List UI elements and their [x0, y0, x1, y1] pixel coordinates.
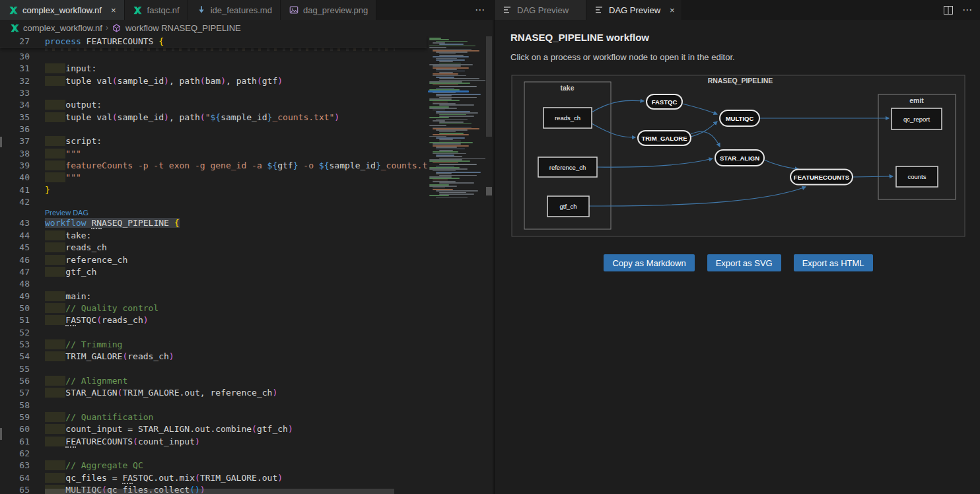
dag-node-qc_report[interactable]: qc_report — [892, 108, 942, 129]
dag-node-TRIM_GALORE[interactable]: TRIM_GALORE — [638, 131, 691, 145]
code-line[interactable]: 58 — [0, 400, 493, 411]
tab-dag-preview[interactable]: DAG Preview× — [586, 0, 682, 20]
tab-dag-preview[interactable]: DAG Preview — [495, 0, 586, 20]
code-line[interactable]: 54 TRIM_GALORE(reads_ch) — [0, 351, 493, 363]
code-line[interactable]: 36 — [0, 124, 493, 135]
code-line[interactable]: 49 main: — [0, 291, 493, 302]
dag-node-MULTIQC[interactable]: MULTIQC — [720, 110, 759, 126]
image-icon — [289, 5, 299, 15]
code-line[interactable]: 63 // Aggregate QC — [0, 460, 493, 472]
line-content — [30, 327, 45, 339]
code-line[interactable]: 31 input: — [0, 63, 493, 75]
minimap-line — [439, 86, 477, 87]
tab-fastqc-nf[interactable]: fastqc.nf — [125, 0, 188, 20]
minimap-line — [436, 173, 452, 174]
minimap-line — [433, 110, 445, 111]
code-line[interactable]: 35 tuple val(sample_id), path("${sample_… — [0, 112, 493, 124]
minimap-line — [439, 164, 477, 165]
export-as-svg-button[interactable]: Export as SVG — [707, 254, 781, 271]
code-line[interactable]: 50 // Quality control — [0, 302, 493, 314]
markdown-arrow-icon — [196, 5, 207, 15]
export-as-html-button[interactable]: Export as HTML — [794, 254, 873, 271]
breadcrumb-symbol[interactable]: workflow RNASEQ_PIPELINE — [125, 23, 241, 33]
copy-as-markdown-button[interactable]: Copy as Markdown — [604, 254, 694, 271]
code-line[interactable]: 32 tuple val(sample_id), path(bam), path… — [0, 75, 493, 87]
code-line[interactable]: 53 // Trimming — [0, 339, 493, 351]
code-editor[interactable]: 27process FEATURECOUNTS { 3031 input:32 … — [0, 36, 493, 494]
code-line[interactable]: 42 — [0, 196, 493, 208]
code-line[interactable]: 59 // Quantification — [0, 411, 493, 423]
code-line[interactable]: 55 — [0, 363, 493, 375]
code-line[interactable]: 37 script: — [0, 135, 493, 147]
dag-node-label-MULTIQC: MULTIQC — [726, 115, 754, 122]
line-number: 41 — [0, 184, 30, 196]
code-line[interactable]: 60 count_input = STAR_ALIGN.out.combine(… — [0, 423, 493, 435]
vertical-scrollbar[interactable] — [485, 36, 493, 494]
code-line[interactable]: 62 — [0, 448, 493, 460]
code-line[interactable]: 48 — [0, 278, 493, 290]
tab-complex-workflow-nf[interactable]: complex_workflow.nf× — [0, 0, 125, 20]
dag-node-FASTQC[interactable]: FASTQC — [647, 94, 682, 109]
scrollbar-thumb[interactable] — [486, 36, 492, 137]
dag-node-reads_ch[interactable]: reads_ch — [543, 108, 592, 128]
code-line[interactable]: 27process FEATURECOUNTS { — [0, 36, 427, 48]
code-line[interactable]: 56 // Alignment — [0, 375, 493, 387]
line-number: 52 — [0, 327, 30, 339]
line-content: workflow RNASEQ_PIPELINE { — [30, 217, 180, 229]
sticky-scroll-line[interactable]: 27process FEATURECOUNTS { — [0, 36, 427, 48]
minimap-line — [436, 147, 457, 148]
close-tab-icon[interactable]: × — [670, 5, 675, 15]
tab-ide-features-md[interactable]: ide_features.md — [188, 0, 281, 20]
minimap-line — [436, 190, 478, 192]
minimap-line — [429, 178, 460, 179]
line-content: reference_ch — [30, 254, 127, 266]
close-tab-icon[interactable]: × — [111, 5, 116, 15]
dag-node-reference_ch[interactable]: reference_ch — [538, 157, 597, 177]
line-number: 55 — [0, 363, 30, 375]
code-line[interactable]: 30 — [0, 51, 493, 63]
code-line[interactable]: 44 take: — [0, 230, 493, 242]
code-line[interactable]: 41} — [0, 184, 493, 196]
code-line[interactable]: 61 FEATURECOUNTS(count_input) — [0, 436, 493, 448]
minimap-line — [429, 160, 470, 162]
horizontal-scrollbar[interactable] — [45, 489, 394, 494]
code-line[interactable]: 57 STAR_ALIGN(TRIM_GALORE.out, reference… — [0, 387, 493, 399]
tab-label: fastqc.nf — [147, 5, 180, 15]
minimap-line — [436, 69, 457, 70]
code-line[interactable]: 46 reference_ch — [0, 254, 493, 266]
minimap[interactable] — [428, 36, 485, 494]
dag-node-label-FASTQC: FASTQC — [652, 98, 678, 106]
minimap-line — [433, 49, 472, 50]
code-line[interactable]: 45 reads_ch — [0, 242, 493, 254]
code-line[interactable]: 38 """ — [0, 148, 493, 160]
minimap-line — [436, 52, 468, 53]
line-content: tuple val(sample_id), path(bam), path(gt… — [30, 75, 283, 87]
line-content — [30, 124, 45, 135]
breadcrumb-separator: › — [106, 23, 108, 32]
codelens-preview-dag[interactable]: Preview DAG — [0, 208, 493, 217]
code-line[interactable]: 40 """ — [0, 172, 493, 184]
line-number: 37 — [0, 135, 30, 147]
more-actions-icon[interactable]: ⋯ — [962, 4, 972, 16]
code-line[interactable]: 47 gtf_ch — [0, 266, 493, 278]
code-line[interactable]: 52 — [0, 327, 493, 339]
breadcrumb-file[interactable]: complex_workflow.nf — [23, 23, 102, 33]
code-line[interactable]: 34 output: — [0, 99, 493, 111]
line-content — [30, 400, 45, 411]
dag-node-FEATURECOUNTS[interactable]: FEATURECOUNTS — [790, 170, 853, 185]
line-number: 59 — [0, 411, 30, 423]
split-editor-icon[interactable] — [944, 6, 953, 15]
code-line[interactable]: 43workflow RNASEQ_PIPELINE { — [0, 217, 493, 229]
tab-label: ide_features.md — [211, 5, 272, 15]
code-line[interactable]: 64 qc_files = FASTQC.out.mix(TRIM_GALORE… — [0, 472, 493, 484]
tab-dag-preview-png[interactable]: dag_preview.png — [281, 0, 376, 20]
code-line[interactable]: 33 — [0, 87, 493, 99]
dag-svg: RNASEQ_PIPELINEtakeemitreads_chreference… — [510, 73, 966, 238]
minimap-line — [433, 188, 445, 189]
more-actions-icon[interactable]: ⋯ — [475, 4, 485, 16]
dag-node-STAR_ALIGN[interactable]: STAR_ALIGN — [715, 150, 764, 166]
code-line[interactable]: 51 FASTQC(reads_ch) — [0, 314, 493, 326]
dag-node-gtf_ch[interactable]: gtf_ch — [547, 196, 589, 217]
code-line[interactable]: 39 featureCounts -p -t exon -g gene_id -… — [0, 160, 493, 172]
dag-node-counts[interactable]: counts — [896, 166, 938, 187]
